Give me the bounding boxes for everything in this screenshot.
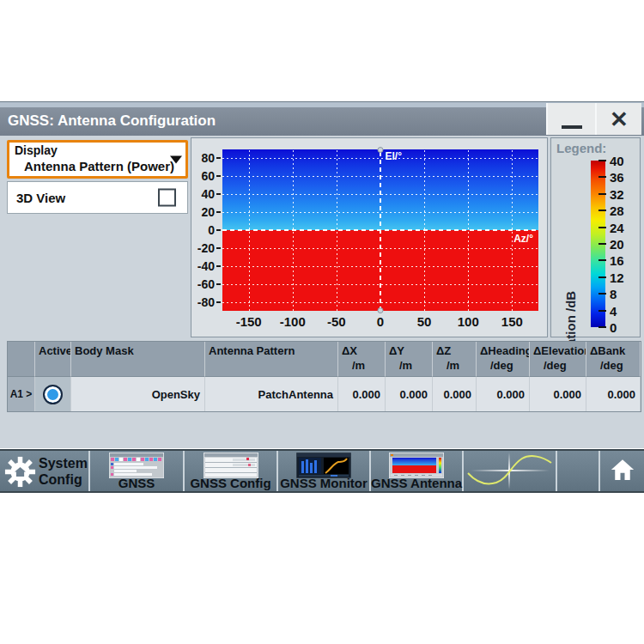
v-gridline [468, 149, 469, 311]
cell-antenna_pattern[interactable]: PatchAntenna [205, 377, 338, 411]
row-header: A1 > [8, 377, 35, 411]
gnss-antenna-thumbnail [389, 453, 444, 478]
cell-dbank[interactable]: 0.000 [586, 377, 641, 411]
colorbar-tick-label: 16 [610, 253, 624, 268]
active-cell [35, 377, 71, 411]
sine-wave-icon [464, 451, 556, 491]
taskbar: System Config [0, 449, 644, 493]
colorbar-tick-label: 40 [610, 154, 624, 168]
y-tick-mark [216, 265, 221, 267]
colorbar-tick-mark [598, 210, 606, 211]
y-tick-mark [216, 301, 221, 303]
cell-dy[interactable]: 0.000 [386, 377, 433, 411]
column-header-antenna_pattern: Antenna Pattern [205, 342, 338, 377]
el-zero-line[interactable] [380, 149, 381, 311]
y-tick-mark [216, 193, 221, 195]
y-axis: 806040200-20-40-60-80 [191, 149, 222, 311]
taskbar-blank-segment [557, 451, 598, 491]
home-button[interactable] [600, 451, 644, 491]
x-tick-label: 50 [417, 314, 432, 329]
colorbar-tick-label: 4 [610, 303, 617, 318]
y-tick-label: 40 [201, 187, 215, 201]
cell-delevation[interactable]: 0.000 [530, 377, 586, 411]
colorbar-tick-mark [598, 276, 606, 278]
colorbar-tick-mark [598, 176, 606, 178]
v-gridline [512, 149, 513, 311]
y-tick-mark [216, 283, 221, 285]
cell-dz[interactable]: 0.000 [433, 377, 477, 411]
legend-panel: Legend: Attenuation /dB 4036322824201612… [550, 137, 641, 337]
active-radio[interactable] [43, 385, 63, 404]
colorbar-tick-label: 28 [610, 204, 624, 218]
colorbar-tick-label: 12 [610, 270, 624, 284]
colorbar-tick-mark [598, 160, 606, 161]
cell-dheading[interactable]: 0.000 [477, 377, 530, 411]
waveform-button[interactable] [464, 451, 556, 491]
colorbar-tick-mark [598, 326, 606, 328]
view-3d-checkbox[interactable] [158, 189, 176, 207]
y-tick-mark [216, 247, 221, 249]
cell-dx[interactable]: 0.000 [338, 377, 386, 411]
screen: GNSS: Antenna Configuration ✕ Display An… [0, 0, 644, 644]
gnss-config-label: GNSS Config [185, 476, 276, 490]
column-header-active: Active [35, 342, 71, 377]
minimize-icon [562, 125, 582, 129]
colorbar-tick-mark [598, 227, 606, 228]
colorbar-tick-label: 0 [610, 320, 617, 335]
colorbar-tick-mark [598, 310, 606, 312]
close-icon: ✕ [610, 108, 629, 131]
y-tick-label: -60 [197, 277, 215, 291]
el-line-top-handle[interactable] [378, 147, 384, 153]
colorbar-tick-mark [598, 243, 606, 245]
x-tick-label: -50 [327, 314, 346, 329]
antenna-table: ActiveBody MaskAntenna PatternΔX/mΔY/mΔZ… [7, 341, 641, 412]
y-tick-label: 60 [201, 169, 215, 183]
view-3d-panel: 3D View [7, 181, 188, 214]
taskbar-button-gnss-config[interactable]: GNSS Config [185, 451, 276, 491]
colorbar-tick-mark [598, 193, 606, 195]
taskbar-button-gnss[interactable]: GNSS [90, 451, 183, 491]
system-config-label-line1: System [39, 455, 88, 471]
y-tick-label: -20 [197, 241, 215, 255]
colorbar-tick-label: 36 [610, 170, 624, 185]
y-tick-mark [216, 157, 221, 159]
y-tick-label: -80 [197, 295, 215, 309]
display-combobox[interactable]: Display Antenna Pattern (Power) [7, 140, 188, 179]
gnss-label: GNSS [90, 476, 183, 490]
taskbar-button-gnss-antenna[interactable]: GNSS Antenna [371, 451, 462, 491]
view-3d-label: 3D View [16, 191, 65, 205]
gnss-antenna-label: GNSS Antenna [371, 476, 462, 490]
chevron-down-icon[interactable] [170, 155, 182, 163]
gnss-monitor-thumbnail [296, 453, 351, 478]
az-axis-label: Az/° [513, 233, 533, 245]
colorbar-tick-label: 20 [610, 237, 624, 252]
close-button[interactable]: ✕ [595, 103, 641, 135]
cell-body_mask[interactable]: OpenSky [71, 377, 205, 411]
y-tick-label: 0 [208, 223, 215, 237]
display-value: Antenna Pattern (Power) [24, 159, 174, 173]
colorbar-tick-mark [598, 259, 606, 261]
y-tick-label: 20 [201, 205, 215, 219]
x-tick-label: -100 [280, 314, 306, 329]
display-label: Display [15, 143, 58, 157]
legend-title: Legend: [556, 141, 606, 155]
y-tick-label: -40 [197, 259, 215, 273]
column-header-rowlabel [8, 342, 35, 377]
system-config-button[interactable]: System Config [0, 451, 88, 491]
gnss-thumbnail [109, 453, 164, 478]
y-tick-mark [216, 211, 221, 213]
column-header-dx: ΔX/m [338, 342, 386, 377]
antenna-pattern-chart: El/° Az/° 806040200-20-40-60-80 -150-100… [191, 137, 548, 337]
el-axis-label: El/° [386, 150, 402, 162]
minimize-button[interactable] [546, 103, 595, 135]
colorbar-tick-label: 32 [610, 186, 624, 201]
plot-area: El/° Az/° [222, 149, 538, 311]
x-tick-label: -150 [236, 314, 262, 329]
system-config-label-line2: Config [39, 471, 88, 488]
column-header-dz: ΔZ/m [433, 342, 477, 377]
gnss-config-thumbnail [204, 453, 258, 478]
y-tick-label: 80 [201, 151, 215, 165]
taskbar-button-gnss-monitor[interactable]: GNSS Monitor [278, 451, 369, 491]
x-tick-label: 150 [501, 314, 523, 329]
gnss-monitor-label: GNSS Monitor [278, 476, 369, 490]
